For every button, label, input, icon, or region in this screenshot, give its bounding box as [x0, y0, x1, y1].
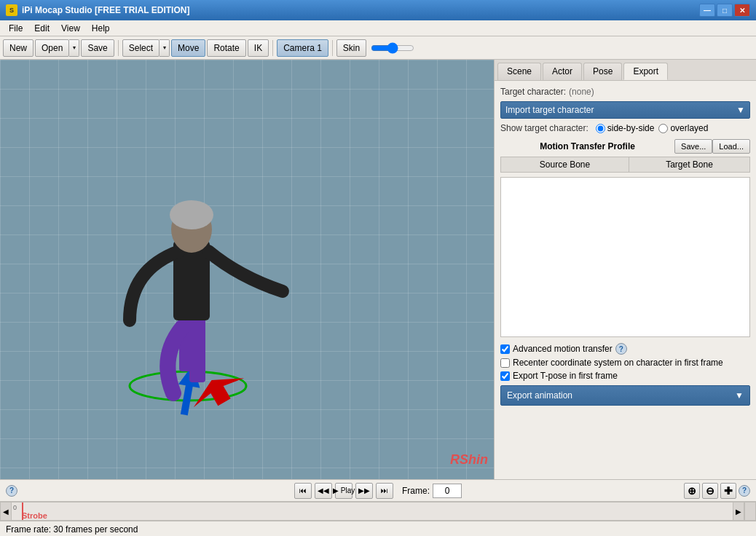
timeline-scroll-right[interactable]: ▶: [733, 502, 744, 521]
radio-overlayed-label: overlayed: [670, 123, 708, 133]
recenter-checkbox[interactable]: [500, 358, 510, 368]
export-tpose-row: Export T-pose in first frame: [500, 371, 750, 381]
target-character-label: Target character:: [500, 87, 566, 97]
tab-pose[interactable]: Pose: [583, 63, 622, 80]
toolbar-separator-1: [118, 40, 119, 56]
menu-file[interactable]: File: [3, 22, 28, 35]
radio-side-by-side-input[interactable]: [596, 124, 605, 133]
viewport-watermark: RShin: [450, 452, 488, 468]
panel-tabs: Scene Actor Pose Export: [495, 60, 756, 81]
show-target-label: Show target character:: [500, 123, 588, 133]
timeline-scroll-left[interactable]: ◀: [0, 502, 12, 521]
frame-display: Frame:: [402, 484, 462, 498]
skin-slider-container: [371, 42, 414, 54]
menu-edit[interactable]: Edit: [28, 22, 55, 35]
move-button[interactable]: Move: [171, 39, 205, 57]
motion-transfer-title: Motion Transfer Profile: [500, 141, 674, 151]
open-dropdown-arrow[interactable]: ▾: [69, 39, 79, 57]
import-target-character-button[interactable]: Import target character ▼: [500, 101, 750, 119]
skin-button[interactable]: Skin: [336, 39, 366, 57]
tab-export[interactable]: Export: [623, 63, 668, 80]
bone-table: Source Bone Target Bone: [500, 157, 750, 173]
export-tpose-checkbox[interactable]: [500, 371, 510, 381]
timeline-area: ? ⏮ ◀◀ ▶ Play ▶▶ ⏭ Frame: ⊕ ⊖ ✚ ? ◀ 0 St…: [0, 479, 756, 521]
maximize-button[interactable]: □: [717, 4, 733, 17]
panel-content: Target character: (none) Import target c…: [495, 81, 756, 479]
menu-help[interactable]: Help: [86, 22, 116, 35]
playback-controls: ? ⏮ ◀◀ ▶ Play ▶▶ ⏭ Frame: ⊕ ⊖ ✚ ?: [0, 480, 756, 502]
next-frame-button[interactable]: ▶▶: [355, 483, 373, 499]
radio-overlayed[interactable]: overlayed: [658, 123, 708, 133]
bone-table-header: Source Bone Target Bone: [501, 157, 750, 173]
camera-button[interactable]: Camera 1: [277, 39, 328, 57]
open-dropdown: Open ▾: [35, 39, 79, 57]
advanced-motion-row: Advanced motion transfer ?: [500, 343, 750, 355]
timeline-inner[interactable]: 0 Strobe: [12, 502, 733, 521]
menu-view[interactable]: View: [55, 22, 86, 35]
open-button[interactable]: Open: [35, 39, 69, 57]
show-target-row: Show target character: side-by-side over…: [500, 123, 750, 133]
app-icon: S: [6, 4, 17, 16]
target-character-value: (none): [569, 87, 594, 97]
select-button[interactable]: Select: [122, 39, 160, 57]
last-frame-button[interactable]: ⏭: [376, 483, 393, 499]
first-frame-button[interactable]: ⏮: [294, 483, 312, 499]
zoom-reset-button[interactable]: ✚: [720, 483, 736, 499]
zoom-in-button[interactable]: ⊕: [684, 483, 700, 499]
tab-actor[interactable]: Actor: [543, 63, 582, 80]
frame-label: Frame:: [402, 486, 430, 496]
advanced-motion-label: Advanced motion transfer: [513, 344, 613, 354]
play-button[interactable]: ▶ Play: [335, 483, 353, 499]
timeline-marker-0: 0: [13, 504, 17, 511]
save-button[interactable]: Save: [81, 39, 114, 57]
select-dropdown: Select ▾: [122, 39, 170, 57]
playback-help-button[interactable]: ?: [739, 485, 750, 497]
frame-rate-value: 30: [53, 524, 63, 535]
select-dropdown-arrow[interactable]: ▾: [160, 39, 170, 57]
status-bar: Frame rate: 30 frames per second: [0, 521, 756, 536]
bone-table-body[interactable]: [500, 177, 750, 337]
menu-bar: File Edit View Help: [0, 20, 756, 36]
source-bone-header: Source Bone: [501, 157, 629, 173]
tab-scene[interactable]: Scene: [497, 63, 541, 80]
minimize-button[interactable]: —: [699, 4, 715, 17]
timeline-strobe: Strobe: [22, 511, 47, 520]
load-profile-button[interactable]: Load...: [712, 139, 750, 154]
skin-slider[interactable]: [371, 42, 414, 54]
character-figure: [71, 117, 304, 422]
timeline-help-button[interactable]: ?: [6, 485, 17, 497]
recenter-row: Recenter coordinate system on character …: [500, 358, 750, 368]
title-bar: S iPi Mocap Studio [FREE TRIAL EDITION] …: [0, 0, 756, 20]
radio-overlayed-input[interactable]: [658, 124, 668, 133]
toolbar-separator-3: [332, 40, 333, 56]
frames-label: frames per second: [66, 524, 138, 535]
viewport[interactable]: RShin: [0, 60, 494, 479]
right-controls: ⊕ ⊖ ✚ ?: [684, 483, 750, 499]
prev-frame-button[interactable]: ◀◀: [315, 483, 332, 499]
motion-transfer-header: Motion Transfer Profile Save... Load...: [500, 139, 750, 154]
frame-rate-label: Frame rate:: [6, 524, 51, 535]
close-button[interactable]: ✕: [734, 4, 750, 17]
advanced-motion-help[interactable]: ?: [615, 343, 627, 355]
export-animation-button[interactable]: Export animation ▼: [500, 385, 750, 406]
ik-button[interactable]: IK: [248, 39, 269, 57]
rotate-button[interactable]: Rotate: [207, 39, 245, 57]
zoom-out-button[interactable]: ⊖: [702, 483, 718, 499]
toolbar-separator-2: [272, 40, 273, 56]
toolbar: New Open ▾ Save Select ▾ Move Rotate IK …: [0, 36, 756, 60]
timeline-track: ◀ 0 Strobe ▶: [0, 502, 756, 521]
target-character-row: Target character: (none): [500, 87, 750, 97]
advanced-motion-checkbox[interactable]: [500, 344, 510, 354]
app-title: iPi Mocap Studio [FREE TRIAL EDITION]: [22, 5, 699, 15]
svg-rect-4: [189, 313, 205, 382]
timeline-scrollbar-thumb[interactable]: [744, 502, 756, 521]
recenter-label: Recenter coordinate system on character …: [513, 358, 723, 368]
save-profile-button[interactable]: Save...: [674, 139, 712, 154]
window-controls: — □ ✕: [699, 4, 750, 17]
new-button[interactable]: New: [3, 39, 34, 57]
main-content: RShin Scene Actor Pose Export Target cha…: [0, 60, 756, 479]
radio-side-by-side[interactable]: side-by-side: [596, 123, 655, 133]
left-controls: ?: [6, 485, 17, 497]
frame-input[interactable]: [433, 484, 462, 498]
svg-point-7: [170, 200, 213, 229]
